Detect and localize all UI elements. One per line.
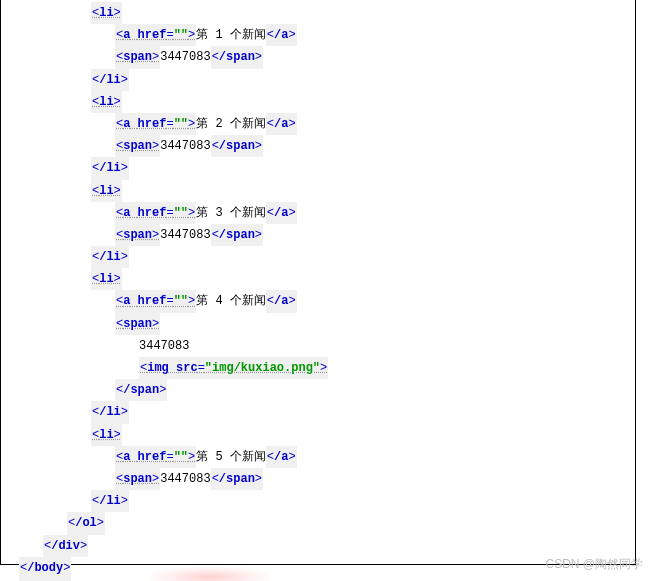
code-line: </ol> — [1, 512, 635, 534]
code-line: </li> — [1, 69, 635, 91]
code-block: <li> <a href="">第 1 个新闻</a> <span>344708… — [1, 2, 635, 581]
code-line: <li> — [1, 91, 635, 113]
code-line: <span>3447083</span> — [1, 224, 635, 246]
code-line: </li> — [1, 246, 635, 268]
code-line: <a href="">第 3 个新闻</a> — [1, 202, 635, 224]
code-line: </li> — [1, 157, 635, 179]
code-line: </li> — [1, 401, 635, 423]
code-line: <a href="">第 5 个新闻</a> — [1, 446, 635, 468]
code-line: 3447083 — [1, 335, 635, 357]
code-line: <a href="">第 4 个新闻</a> — [1, 290, 635, 312]
code-line: <span>3447083</span> — [1, 46, 635, 68]
watermark-text: CSDN @陶然同学 — [545, 553, 643, 575]
code-line: <a href="">第 2 个新闻</a> — [1, 113, 635, 135]
code-line: <li> — [1, 180, 635, 202]
code-line: <li> — [1, 268, 635, 290]
code-line: </li> — [1, 490, 635, 512]
code-line: <span>3447083</span> — [1, 468, 635, 490]
code-line: </body> — [1, 557, 635, 579]
code-line: <li> — [1, 2, 635, 24]
code-line: <span>3447083</span> — [1, 135, 635, 157]
code-line: </span> — [1, 379, 635, 401]
code-line: <img src="img/kuxiao.png"> — [1, 357, 635, 379]
code-line: <li> — [1, 424, 635, 446]
watermark-smudge — [150, 567, 270, 581]
code-line: <span> — [1, 313, 635, 335]
code-line: </div> — [1, 535, 635, 557]
code-frame: <li> <a href="">第 1 个新闻</a> <span>344708… — [0, 0, 636, 565]
code-line: <a href="">第 1 个新闻</a> — [1, 24, 635, 46]
